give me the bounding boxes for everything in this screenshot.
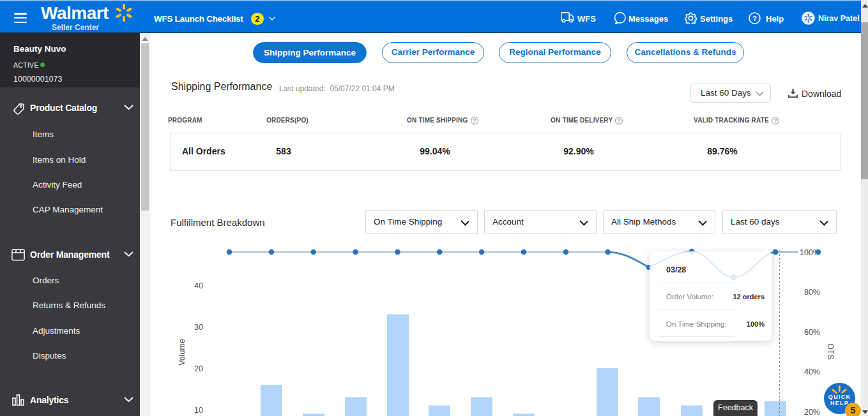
svg-text:40%: 40%	[804, 368, 820, 376]
svg-text:40: 40	[194, 281, 203, 290]
svg-text:03/28: 03/28	[666, 265, 686, 274]
svg-text:12 orders: 12 orders	[733, 293, 765, 301]
svg-text:100%: 100%	[747, 320, 765, 328]
svg-text:10: 10	[194, 406, 203, 415]
svg-text:Volume: Volume	[178, 339, 187, 366]
svg-text:20%: 20%	[804, 408, 820, 416]
svg-text:OTS: OTS	[826, 343, 835, 360]
svg-text:30: 30	[194, 323, 203, 332]
svg-text:80%: 80%	[804, 288, 820, 297]
svg-text:60%: 60%	[804, 328, 820, 337]
svg-text:20: 20	[194, 364, 203, 373]
svg-text:Order Volume:: Order Volume:	[666, 293, 713, 301]
svg-text:?: ?	[752, 15, 757, 22]
svg-text:On Time Shipping:: On Time Shipping:	[666, 320, 727, 328]
